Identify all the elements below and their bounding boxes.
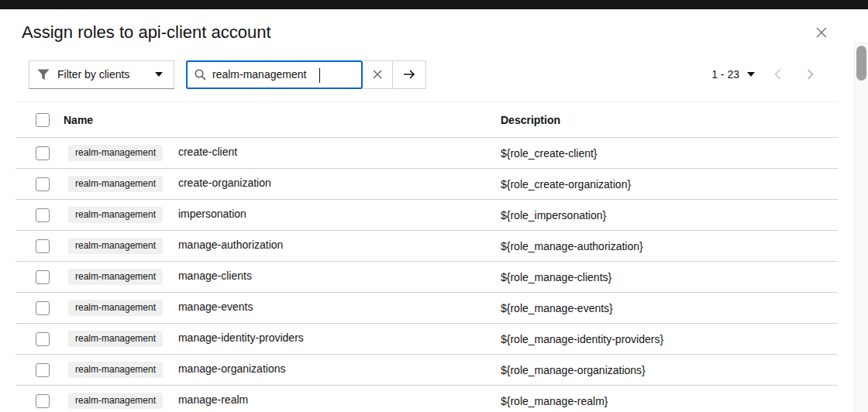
pagination-range-dropdown[interactable]: 1 - 23 <box>705 60 761 88</box>
row-description: ${role_manage-identity-providers} <box>501 333 663 345</box>
search-submit-button[interactable] <box>393 61 425 88</box>
search-input-group <box>186 60 363 89</box>
row-description: ${role_manage-events} <box>501 302 613 314</box>
row-name: manage-identity-providers <box>178 331 304 344</box>
close-icon <box>816 27 827 38</box>
row-badge: realm-management <box>68 393 163 409</box>
row-description: ${role_manage-realm} <box>501 395 608 407</box>
arrow-right-icon <box>403 69 415 80</box>
row-name: manage-events <box>178 300 253 313</box>
table-row: realm-management manage-organizations ${… <box>16 355 838 386</box>
vertical-scrollbar[interactable] <box>854 43 868 412</box>
search-icon <box>195 69 206 81</box>
row-badge: realm-management <box>68 207 163 223</box>
row-checkbox[interactable] <box>36 239 50 253</box>
row-badge: realm-management <box>68 300 163 316</box>
pagination-prev-button[interactable] <box>761 60 794 88</box>
row-name: create-client <box>178 146 237 158</box>
row-badge: realm-management <box>68 176 163 192</box>
row-badge: realm-management <box>68 238 163 254</box>
clear-search-button[interactable] <box>363 61 392 88</box>
row-description: ${role_create-organization} <box>501 178 631 191</box>
table-row: realm-management manage-authorization ${… <box>16 231 838 262</box>
row-name: manage-organizations <box>178 362 286 375</box>
row-checkbox[interactable] <box>36 177 50 191</box>
row-checkbox[interactable] <box>36 208 50 222</box>
row-checkbox[interactable] <box>36 363 50 377</box>
text-cursor <box>319 68 320 83</box>
row-checkbox[interactable] <box>36 270 50 284</box>
row-description: ${role_create-client} <box>501 147 598 160</box>
row-description: ${role_manage-clients} <box>501 271 611 283</box>
table-header: Name Description <box>16 102 838 138</box>
table-row: realm-management manage-realm ${role_man… <box>16 386 838 412</box>
masthead-strip <box>0 0 868 9</box>
toolbar: Filter by clients <box>29 59 826 90</box>
table-row: realm-management create-client ${role_cr… <box>16 138 838 169</box>
row-name: impersonation <box>178 208 246 220</box>
filter-icon <box>37 69 50 81</box>
row-badge: realm-management <box>68 362 163 378</box>
role-table-body: realm-management create-client ${role_cr… <box>16 138 838 412</box>
table-row: realm-management create-organization ${r… <box>16 169 838 200</box>
scrollbar-thumb[interactable] <box>856 46 866 81</box>
roles-table: Name Description realm-management create… <box>16 101 838 412</box>
select-all-checkbox[interactable] <box>36 113 50 127</box>
table-row: realm-management manage-identity-provide… <box>16 324 838 355</box>
pagination: 1 - 23 <box>705 60 826 88</box>
table-row: realm-management impersonation ${role_im… <box>16 200 838 231</box>
chevron-left-icon <box>774 69 781 80</box>
chevron-down-icon <box>747 72 755 77</box>
column-header-description: Description <box>501 102 838 138</box>
row-badge: realm-management <box>68 145 163 161</box>
chevron-right-icon <box>807 69 814 80</box>
row-checkbox[interactable] <box>36 301 50 315</box>
chevron-down-icon <box>155 72 163 77</box>
column-header-name: Name <box>64 102 501 138</box>
filter-by-clients-dropdown[interactable]: Filter by clients <box>29 60 174 89</box>
row-checkbox[interactable] <box>36 332 50 346</box>
search-group <box>186 60 426 89</box>
table-row: realm-management manage-clients ${role_m… <box>16 262 838 293</box>
pagination-range-label: 1 - 23 <box>711 68 739 81</box>
close-button[interactable] <box>812 23 831 42</box>
row-description: ${role_impersonation} <box>501 209 606 221</box>
row-badge: realm-management <box>68 269 163 285</box>
row-description: ${role_manage-authorization} <box>501 240 643 252</box>
row-name: manage-realm <box>178 393 248 406</box>
row-checkbox[interactable] <box>36 146 50 160</box>
assign-roles-modal: Assign roles to api-client account Filte… <box>0 9 854 412</box>
row-name: create-organization <box>178 177 271 189</box>
table-row: realm-management manage-events ${role_ma… <box>16 293 838 324</box>
page: Assign roles to api-client account Filte… <box>0 0 868 412</box>
search-utilities <box>363 60 426 89</box>
row-description: ${role_manage-organizations} <box>501 364 646 376</box>
search-input[interactable] <box>212 68 355 81</box>
row-badge: realm-management <box>68 331 163 347</box>
modal-header: Assign roles to api-client account <box>0 9 854 43</box>
row-name: manage-clients <box>178 270 252 282</box>
row-name: manage-authorization <box>178 239 283 251</box>
pagination-next-button[interactable] <box>794 60 826 88</box>
row-checkbox[interactable] <box>36 394 50 408</box>
modal-title: Assign roles to api-client account <box>22 22 832 43</box>
clear-icon <box>373 70 382 79</box>
filter-label: Filter by clients <box>57 68 129 81</box>
